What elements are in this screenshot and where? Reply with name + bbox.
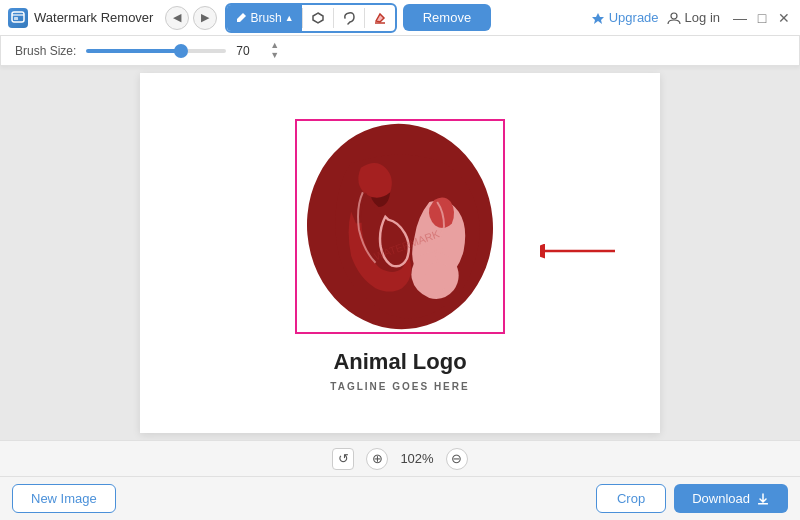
polygon-tool-button[interactable] — [303, 5, 333, 31]
tool-group: Brush ▲ — [225, 3, 396, 33]
rotate-button[interactable]: ↺ — [332, 448, 354, 470]
title-bar: Watermark Remover ◀ ▶ Brush ▲ — [0, 0, 800, 36]
zoom-level: 102% — [400, 451, 433, 466]
forward-button[interactable]: ▶ — [193, 6, 217, 30]
back-button[interactable]: ◀ — [165, 6, 189, 30]
svg-point-7 — [671, 13, 677, 19]
window-controls: — □ ✕ — [732, 10, 792, 26]
logo-title: Animal Logo — [333, 349, 466, 375]
nav-buttons: ◀ ▶ — [165, 6, 217, 30]
canvas-area[interactable]: WATERMARK Animal Logo TAGLINE GOES HERE — [0, 66, 800, 440]
right-controls: Upgrade Log in — □ ✕ — [591, 10, 792, 26]
zoom-in-button[interactable]: ⊕ — [366, 448, 388, 470]
svg-marker-6 — [592, 13, 604, 24]
logo-area: WATERMARK Animal Logo TAGLINE GOES HERE — [290, 114, 510, 392]
close-button[interactable]: ✕ — [776, 10, 792, 26]
login-button[interactable]: Log in — [667, 10, 720, 25]
zoom-bar: ↺ ⊕ 102% ⊖ — [0, 440, 800, 476]
brush-size-value: 70 — [236, 44, 260, 58]
brush-decrease-arrow[interactable]: ▼ — [270, 51, 279, 60]
action-bar: New Image Crop Download — [0, 476, 800, 520]
svg-marker-3 — [313, 13, 323, 23]
download-button[interactable]: Download — [674, 484, 788, 513]
remove-button[interactable]: Remove — [403, 4, 491, 31]
logo-tagline: TAGLINE GOES HERE — [330, 381, 469, 392]
selection-arrow-icon — [540, 241, 620, 261]
brush-size-slider[interactable] — [86, 49, 226, 53]
svg-rect-0 — [12, 12, 24, 22]
upgrade-button[interactable]: Upgrade — [591, 10, 659, 25]
crop-button[interactable]: Crop — [596, 484, 666, 513]
minimize-button[interactable]: — — [732, 10, 748, 26]
eraser-tool-button[interactable] — [365, 5, 395, 31]
toolbar: Brush ▲ Remove — [225, 3, 792, 33]
arrow-indicator — [540, 241, 620, 261]
brush-size-bar: Brush Size: 70 ▲ ▼ — [0, 36, 800, 66]
app-icon — [8, 8, 28, 28]
download-icon — [756, 492, 770, 506]
animal-logo-svg: WATERMARK — [290, 114, 510, 339]
maximize-button[interactable]: □ — [754, 10, 770, 26]
new-image-button[interactable]: New Image — [12, 484, 116, 513]
brush-increase-arrow[interactable]: ▲ — [270, 41, 279, 50]
brush-arrows: ▲ ▼ — [270, 41, 279, 60]
svg-marker-4 — [376, 14, 384, 22]
svg-rect-2 — [14, 17, 18, 20]
right-action-buttons: Crop Download — [596, 484, 788, 513]
brush-tool-button[interactable]: Brush ▲ — [227, 5, 301, 31]
brush-size-label: Brush Size: — [15, 44, 76, 58]
app-title: Watermark Remover — [34, 10, 153, 25]
zoom-out-button[interactable]: ⊖ — [446, 448, 468, 470]
image-container[interactable]: WATERMARK Animal Logo TAGLINE GOES HERE — [140, 73, 660, 433]
lasso-tool-button[interactable] — [334, 5, 364, 31]
svg-rect-12 — [758, 503, 768, 505]
